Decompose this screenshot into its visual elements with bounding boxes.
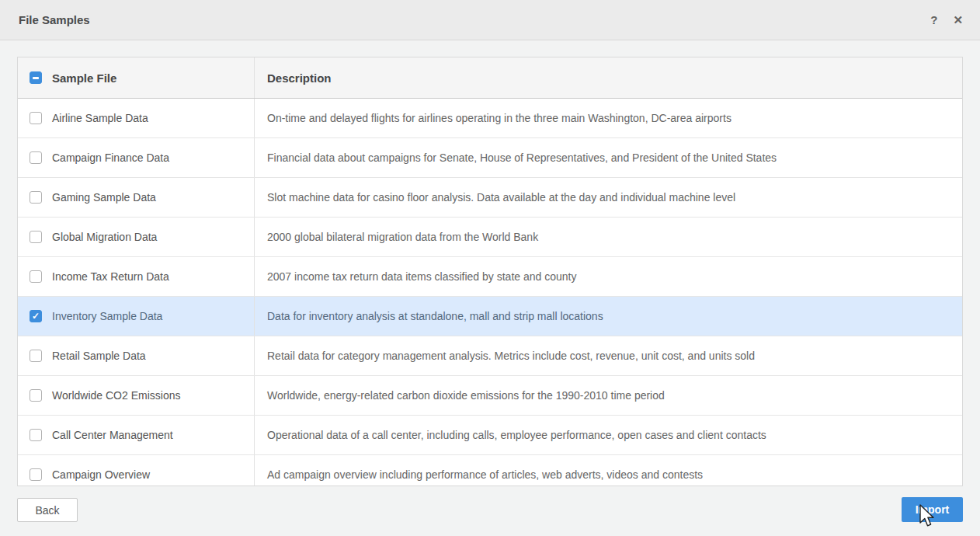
sample-file-description: Financial data about campaigns for Senat… (267, 151, 777, 164)
sample-files-table: Sample File Description Airline Sample D… (17, 57, 963, 486)
row-checkbox[interactable] (30, 270, 42, 283)
dialog-title: File Samples (19, 13, 90, 26)
sample-file-description: Operational data of a call center, inclu… (267, 429, 766, 441)
sample-file-cell: Worldwide CO2 Emissions (18, 376, 255, 415)
import-button[interactable]: Import (902, 497, 963, 522)
description-cell: Slot machine data for casino floor analy… (255, 178, 962, 217)
back-button[interactable]: Back (17, 498, 78, 522)
sample-file-cell: Inventory Sample Data (18, 297, 255, 336)
row-checkbox[interactable] (30, 389, 42, 402)
header-cell-sample-file: Sample File (18, 57, 255, 98)
select-all-checkbox[interactable] (30, 71, 42, 84)
sample-file-cell: Call Center Management (18, 416, 255, 454)
sample-file-name: Global Migration Data (52, 231, 157, 243)
row-checkbox[interactable] (30, 468, 42, 481)
sample-file-cell: Campaign Finance Data (18, 138, 255, 177)
row-checkbox[interactable] (30, 310, 42, 322)
table-row[interactable]: Campaign Finance Data Financial data abo… (18, 138, 962, 178)
sample-file-cell: Income Tax Return Data (18, 257, 255, 296)
sample-file-name: Call Center Management (52, 429, 173, 441)
sample-file-name: Inventory Sample Data (52, 310, 162, 322)
titlebar-icons: ? ✕ (930, 14, 963, 26)
sample-file-name: Airline Sample Data (52, 112, 148, 124)
table-body: Airline Sample Data On-time and delayed … (18, 99, 962, 486)
description-cell: On-time and delayed flights for airlines… (255, 99, 962, 137)
column-header-sample-file: Sample File (52, 71, 116, 85)
sample-file-description: On-time and delayed flights for airlines… (267, 112, 732, 124)
description-cell: Data for inventory analysis at standalon… (255, 297, 962, 336)
sample-file-description: Slot machine data for casino floor analy… (267, 191, 735, 204)
sample-file-name: Gaming Sample Data (52, 191, 156, 204)
row-checkbox[interactable] (30, 231, 42, 243)
table-row[interactable]: Global Migration Data 2000 global bilate… (18, 218, 962, 257)
help-icon[interactable]: ? (930, 14, 937, 26)
sample-file-name: Worldwide CO2 Emissions (52, 389, 180, 402)
table-row[interactable]: Gaming Sample Data Slot machine data for… (18, 178, 962, 218)
table-row[interactable]: Retail Sample Data Retail data for categ… (18, 336, 962, 376)
table-row[interactable]: Call Center Management Operational data … (18, 416, 962, 455)
description-cell: Worldwide, energy-related carbon dioxide… (255, 376, 962, 415)
sample-file-name: Campaign Overview (52, 468, 150, 481)
table-row[interactable]: Inventory Sample Data Data for inventory… (18, 297, 962, 336)
column-header-description: Description (267, 71, 332, 85)
sample-file-description: 2007 income tax return data items classi… (267, 270, 576, 283)
table-row[interactable]: Worldwide CO2 Emissions Worldwide, energ… (18, 376, 962, 416)
sample-file-description: Retail data for category management anal… (267, 350, 755, 362)
description-cell: Retail data for category management anal… (255, 336, 962, 375)
table-row[interactable]: Income Tax Return Data 2007 income tax r… (18, 257, 962, 297)
row-checkbox[interactable] (30, 151, 42, 164)
sample-file-description: Ad campaign overview including performan… (267, 468, 703, 481)
header-cell-description: Description (255, 57, 962, 98)
table-header-row: Sample File Description (18, 57, 962, 99)
description-cell: Operational data of a call center, inclu… (255, 416, 962, 454)
dialog-titlebar: File Samples ? ✕ (0, 0, 980, 40)
row-checkbox[interactable] (30, 429, 42, 441)
sample-file-name: Campaign Finance Data (52, 151, 169, 164)
sample-file-cell: Retail Sample Data (18, 336, 255, 375)
sample-file-cell: Campaign Overview (18, 455, 255, 486)
description-cell: Financial data about campaigns for Senat… (255, 138, 962, 177)
row-checkbox[interactable] (30, 350, 42, 362)
table-row[interactable]: Campaign Overview Ad campaign overview i… (18, 455, 962, 486)
sample-file-description: Data for inventory analysis at standalon… (267, 310, 603, 322)
sample-file-name: Income Tax Return Data (52, 270, 169, 283)
description-cell: 2007 income tax return data items classi… (255, 257, 962, 296)
sample-file-description: Worldwide, energy-related carbon dioxide… (267, 389, 665, 402)
sample-file-cell: Airline Sample Data (18, 99, 255, 137)
description-cell: Ad campaign overview including performan… (255, 455, 962, 486)
sample-file-cell: Global Migration Data (18, 218, 255, 256)
sample-file-name: Retail Sample Data (52, 350, 146, 362)
row-checkbox[interactable] (30, 112, 42, 124)
description-cell: 2000 global bilateral migration data fro… (255, 218, 962, 256)
sample-file-description: 2000 global bilateral migration data fro… (267, 231, 538, 243)
row-checkbox[interactable] (30, 191, 42, 204)
sample-file-cell: Gaming Sample Data (18, 178, 255, 217)
close-icon[interactable]: ✕ (953, 14, 963, 26)
table-row[interactable]: Airline Sample Data On-time and delayed … (18, 99, 962, 138)
